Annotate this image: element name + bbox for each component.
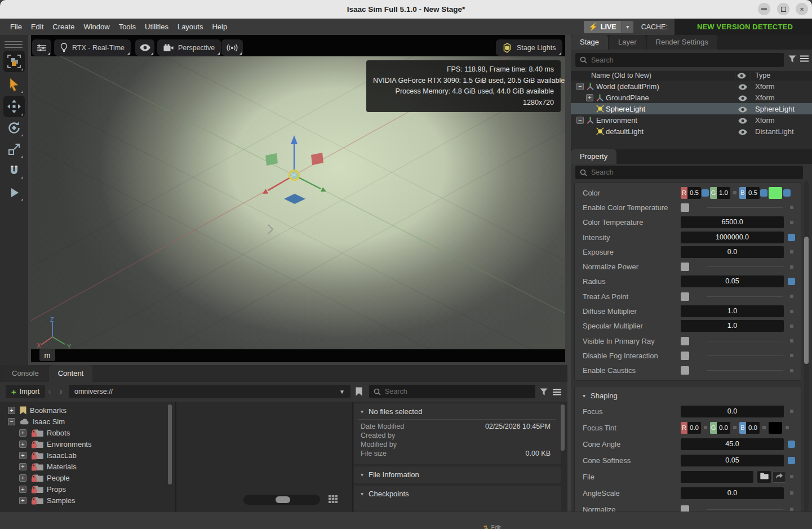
checkbox[interactable] bbox=[681, 263, 689, 271]
expander-toggle[interactable]: − bbox=[576, 117, 584, 124]
shaping-section-header[interactable]: ▾Shaping bbox=[575, 389, 801, 403]
viewport-expand-chevron-icon[interactable] bbox=[268, 225, 273, 234]
minimize-button[interactable] bbox=[758, 3, 770, 15]
camera-selector-button[interactable]: Perspective bbox=[157, 39, 221, 56]
stage-tree-row[interactable]: SphereLightSphereLight bbox=[571, 103, 812, 114]
scale-tool-button[interactable] bbox=[3, 139, 25, 159]
expander-toggle[interactable]: − bbox=[8, 418, 15, 425]
expander-toggle[interactable]: + bbox=[19, 463, 26, 470]
forward-button[interactable]: › bbox=[55, 385, 66, 398]
stage-tree-row[interactable]: −EnvironmentXform bbox=[571, 114, 812, 126]
menu-item-create[interactable]: Create bbox=[48, 19, 79, 35]
snap-tool-button[interactable] bbox=[3, 161, 25, 180]
menu-item-window[interactable]: Window bbox=[79, 19, 114, 35]
panel-divider[interactable] bbox=[175, 402, 176, 512]
gizmo-plane-handle-blue[interactable] bbox=[284, 194, 305, 204]
color-swatch[interactable] bbox=[769, 422, 782, 434]
menu-item-edit[interactable]: Edit bbox=[26, 19, 48, 35]
visibility-eye-icon[interactable] bbox=[738, 94, 747, 104]
value-field[interactable]: 0.0 bbox=[681, 406, 784, 417]
value-field[interactable]: 45.0 bbox=[681, 438, 784, 450]
value-field[interactable]: 1.0 bbox=[681, 305, 784, 317]
maximize-button[interactable] bbox=[777, 3, 789, 15]
property-search-input[interactable]: Search bbox=[575, 166, 803, 179]
stage-filter-button[interactable] bbox=[788, 55, 796, 63]
content-tree-scrollbar[interactable] bbox=[168, 404, 172, 484]
toolbar-drag-handle-icon[interactable] bbox=[5, 39, 23, 50]
checkbox[interactable] bbox=[681, 203, 689, 212]
value-field[interactable]: 6500.0 bbox=[681, 216, 784, 228]
expander-toggle[interactable]: − bbox=[576, 83, 584, 90]
property-scrollbar-handle[interactable] bbox=[804, 237, 809, 364]
content-tree-row[interactable]: −Isaac Sim bbox=[0, 416, 166, 427]
channel-value-r[interactable]: 0.0 bbox=[687, 422, 701, 434]
stage-lights-button[interactable]: Stage Lights bbox=[496, 39, 562, 56]
content-tree-row[interactable]: +People bbox=[0, 472, 166, 483]
selection-info-header[interactable]: ▾ No files selected bbox=[354, 403, 561, 419]
stage-tree-row[interactable]: −World (defaultPrim)Xform bbox=[571, 81, 812, 92]
content-filter-button[interactable] bbox=[540, 388, 548, 395]
tab-property[interactable]: Property bbox=[571, 149, 616, 164]
menu-item-tools[interactable]: Tools bbox=[114, 19, 140, 35]
select-tool-button[interactable] bbox=[3, 75, 25, 95]
expander-toggle[interactable]: + bbox=[8, 407, 15, 414]
expander-toggle[interactable]: + bbox=[19, 452, 26, 459]
live-dropdown-button[interactable]: ▾ bbox=[622, 21, 633, 33]
color-swatch[interactable] bbox=[769, 187, 782, 199]
back-button[interactable]: ‹ bbox=[44, 385, 55, 398]
close-button[interactable]: × bbox=[796, 3, 808, 15]
expander-toggle[interactable]: + bbox=[586, 94, 593, 101]
visibility-eye-icon[interactable] bbox=[738, 105, 747, 115]
content-tree-row[interactable]: +Environments bbox=[0, 438, 166, 450]
details-scrollbar[interactable] bbox=[561, 404, 565, 451]
expander-toggle[interactable]: + bbox=[19, 497, 26, 504]
visibility-eye-icon[interactable] bbox=[738, 116, 747, 126]
content-tree-row[interactable]: +Samples bbox=[0, 495, 166, 506]
version-alert-box[interactable]: NEW VERSION DETECTED bbox=[675, 19, 812, 35]
tab-render-settings[interactable]: Render Settings bbox=[647, 35, 717, 50]
content-search-input[interactable]: Search bbox=[369, 385, 535, 398]
visibility-eye-icon[interactable] bbox=[738, 127, 747, 137]
path-input[interactable]: omniverse:// ▼ bbox=[69, 385, 350, 398]
selection-mode-button[interactable] bbox=[3, 51, 25, 72]
changed-indicator[interactable] bbox=[788, 278, 795, 285]
menu-item-file[interactable]: File bbox=[6, 19, 26, 35]
channel-value-b[interactable]: 0.0 bbox=[746, 422, 760, 434]
expander-toggle[interactable]: + bbox=[19, 441, 26, 448]
panel-divider[interactable] bbox=[352, 402, 353, 512]
checkbox[interactable] bbox=[681, 337, 689, 345]
renderer-selector-button[interactable]: RTX - Real-Time bbox=[54, 39, 131, 56]
checkpoints-header[interactable]: ▾ Checkpoints bbox=[354, 486, 561, 501]
changed-indicator[interactable] bbox=[788, 234, 795, 241]
file-information-header[interactable]: ▾ File Information bbox=[354, 466, 561, 482]
channel-value-g[interactable]: 0.0 bbox=[717, 422, 730, 434]
changed-indicator[interactable] bbox=[788, 441, 795, 448]
tab-console[interactable]: Console bbox=[3, 365, 48, 382]
channel-value-r[interactable]: 0.5 bbox=[687, 187, 701, 199]
grid-view-button[interactable] bbox=[329, 495, 338, 505]
channel-value-b[interactable]: 0.5 bbox=[746, 187, 760, 199]
bookmark-button[interactable] bbox=[356, 387, 362, 396]
checkbox[interactable] bbox=[681, 352, 689, 360]
expander-toggle[interactable]: + bbox=[19, 486, 26, 493]
move-tool-button[interactable] bbox=[3, 96, 25, 117]
visibility-column-eye-icon[interactable] bbox=[737, 73, 746, 81]
stage-tree-row[interactable]: defaultLightDistantLight bbox=[571, 126, 812, 137]
value-field[interactable]: 0.05 bbox=[681, 275, 784, 287]
gizmo-plane-handle-green[interactable] bbox=[265, 153, 278, 166]
viewport[interactable]: RTX - Real-Time Perspective bbox=[31, 35, 565, 362]
changed-indicator[interactable] bbox=[760, 189, 767, 197]
value-field[interactable]: 1.0 bbox=[681, 320, 784, 332]
waypoint-button[interactable] bbox=[221, 39, 243, 56]
value-field[interactable]: 1000000.0 bbox=[681, 232, 784, 243]
thumbnail-zoom-handle[interactable] bbox=[276, 496, 290, 503]
stage-tree-row[interactable]: +GroundPlaneXform bbox=[571, 92, 812, 103]
content-tree-row[interactable]: +Bookmarks bbox=[0, 404, 166, 416]
expander-toggle[interactable]: + bbox=[19, 429, 26, 437]
checkbox[interactable] bbox=[681, 505, 689, 512]
viewport-settings-button[interactable] bbox=[32, 39, 51, 56]
tab-layer[interactable]: Layer bbox=[609, 35, 646, 50]
content-tree-row[interactable]: +Props bbox=[0, 483, 166, 495]
play-button[interactable] bbox=[3, 183, 25, 202]
content-tree-row[interactable]: +Materials bbox=[0, 461, 166, 472]
